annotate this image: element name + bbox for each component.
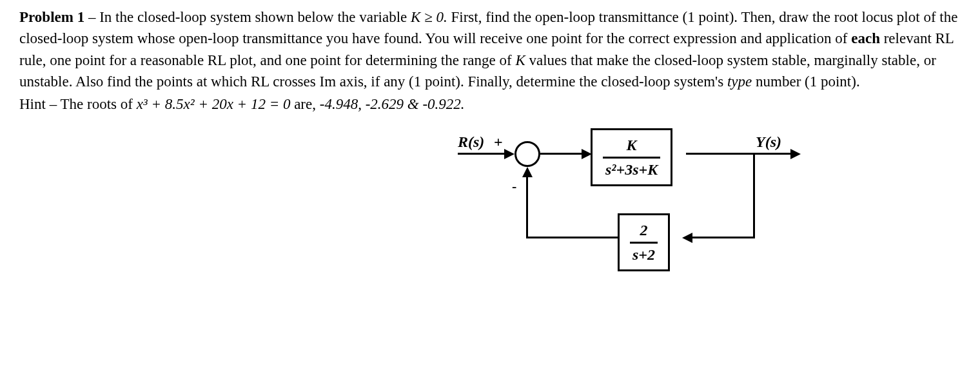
feedback-block: 2 s+2 <box>618 213 670 272</box>
input-arrow <box>504 149 514 159</box>
feedback-out-line <box>526 237 618 238</box>
forward-den: s²+3s+K <box>603 159 660 181</box>
dash: – <box>84 9 99 25</box>
text-1a: In the closed-loop system shown below th… <box>99 9 411 25</box>
hint-poly: x³ + 8.5x² + 20x + 12 = 0 <box>137 96 291 112</box>
k-var: K <box>515 52 525 68</box>
feedback-up-line <box>526 175 528 238</box>
text-1e: number (1 point). <box>752 73 859 90</box>
forward-block: K s²+3s+K <box>591 128 672 187</box>
feedback-in-arrow <box>682 233 692 243</box>
plus-sign: + <box>494 131 503 153</box>
sum-to-block-line <box>540 153 587 155</box>
output-label: Y(s) <box>756 131 781 153</box>
hint-text1: The roots of <box>60 96 136 112</box>
minus-sign: - <box>512 176 516 197</box>
problem-label: Problem 1 <box>19 9 84 25</box>
hint-roots: -4.948, -2.629 & -0.922. <box>320 96 465 112</box>
feedback-den: s+2 <box>630 244 658 266</box>
hint-label: Hint – <box>19 96 60 112</box>
feedback-in-line <box>689 237 755 238</box>
output-arrow <box>790 149 801 159</box>
feedback-num: 2 <box>630 219 658 244</box>
feedback-up-arrow <box>522 167 533 177</box>
block-diagram: R(s) + K s²+3s+K Y(s) 2 s+2 - <box>458 122 819 283</box>
k-constraint: K ≥ 0. <box>411 9 447 25</box>
input-label: R(s) <box>458 131 484 153</box>
hint-text2: are, <box>290 96 319 112</box>
each-emph: each <box>851 30 880 46</box>
input-label-text: R(s) <box>458 133 484 150</box>
problem-statement: Problem 1 – In the closed-loop system sh… <box>19 6 961 92</box>
type-emph: type <box>727 73 752 90</box>
summing-junction <box>514 141 540 167</box>
input-line <box>458 153 509 155</box>
forward-num: K <box>603 134 660 159</box>
pickoff-down-line <box>753 153 755 238</box>
hint-line: Hint – The roots of x³ + 8.5x² + 20x + 1… <box>19 93 961 115</box>
